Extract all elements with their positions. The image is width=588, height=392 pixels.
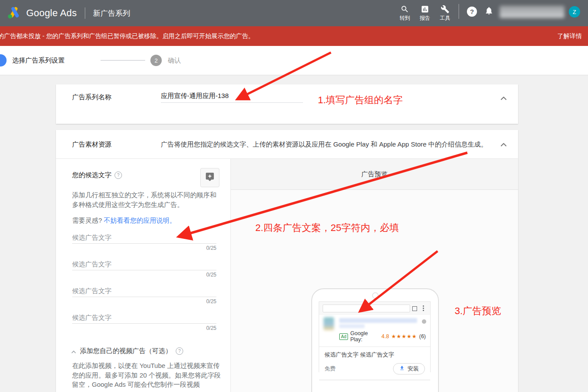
stepper: 选择广告系列设置 2 确认: [0, 46, 588, 75]
nav-goto[interactable]: 转到: [395, 5, 415, 22]
candidate-text-field-1: 0/25: [72, 231, 216, 251]
campaign-name-label: 广告系列名称: [72, 93, 111, 102]
candidate-text-field-3: 0/25: [72, 285, 216, 304]
header-divider-2: [459, 4, 459, 19]
ad-preview-panel: 广告预览: [231, 159, 518, 392]
char-counter: 0/25: [72, 325, 216, 331]
browser-menu-icon: [423, 305, 424, 311]
search-icon: [400, 5, 409, 14]
step-1-label[interactable]: 选择广告系列设置: [12, 56, 65, 65]
browser-chrome: [319, 302, 430, 315]
your-text-label-row: 您的候选文字 ?: [72, 171, 122, 179]
candidate-text-intro: 添加几行相互独立的文字，系统将以不同的顺序和多种格式使用这些文字为您生成广告。: [72, 190, 218, 210]
inspiration-row: 需要灵感? 不妨看看您的应用说明。: [72, 217, 176, 225]
store-rating-row: Ad Google Play: 4.8 ★★★★★ (6): [319, 329, 430, 346]
nav-goto-label: 转到: [400, 14, 410, 22]
install-button: 安装: [393, 363, 425, 374]
help-icon[interactable]: ?: [176, 347, 183, 355]
video-section-description: 在此添加视频，以便在 YouTube 上通过视频来宣传您的应用。最多可添加 20…: [72, 361, 222, 389]
browser-tabs-icon: [412, 306, 417, 311]
chevron-up-icon: [71, 347, 76, 355]
preview-ad-text: 候选广告文字 候选广告文字: [319, 347, 430, 362]
candidate-text-field-2: 0/25: [72, 258, 216, 278]
ad-preview-header: 广告预览: [231, 159, 518, 190]
page-title: 新广告系列: [93, 8, 130, 18]
ad-assets-description: 广告将使用您指定的候选文字、上传的素材资源以及应用在 Google Play 和…: [161, 140, 518, 149]
candidate-text-input-4[interactable]: [72, 312, 216, 324]
char-counter: 0/25: [72, 298, 216, 304]
price-label: 免费: [324, 365, 336, 373]
price-install-row: 免费 安装: [319, 362, 430, 380]
help-icon[interactable]: ?: [467, 7, 477, 17]
candidate-text-input-1[interactable]: [72, 231, 216, 244]
annotation-1: 1.填写广告组的名字: [318, 94, 403, 107]
collapse-chevron-icon[interactable]: [501, 140, 507, 148]
annotation-3: 3.广告预览: [455, 304, 501, 318]
report-chart-icon: [421, 5, 429, 14]
inspiration-prefix: 需要灵感?: [72, 217, 102, 224]
candidate-text-field-4: 0/25: [72, 312, 216, 331]
campaign-name-card: 广告系列名称: [56, 84, 518, 124]
candidate-text-input-2[interactable]: [72, 258, 216, 270]
ad-badge: Ad: [339, 333, 348, 340]
brand-name: Google Ads: [26, 7, 77, 19]
google-ads-logo-icon: [7, 6, 22, 21]
annotation-2: 2.四条广告文案，25字符内，必填: [255, 221, 399, 234]
phone-screen: Ad Google Play: 4.8 ★★★★★ (6) 候选广告文字 候选广…: [319, 301, 431, 372]
alert-message: 的广告都未投放 - 您的广告系列和广告组已暂停或已被移除。启用之后即可开始展示您…: [0, 32, 254, 40]
nav-tools-label: 工具: [440, 14, 450, 22]
char-counter: 0/25: [72, 272, 216, 278]
step-2-indicator: 2: [150, 55, 162, 66]
phone-camera-dot: [372, 292, 379, 299]
blurred-app-title: [339, 318, 417, 323]
your-text-label: 您的候选文字: [72, 171, 111, 179]
collapse-chevron-icon[interactable]: [501, 94, 507, 102]
google-ads-logo[interactable]: Google Ads: [0, 6, 77, 21]
wrench-icon: [441, 5, 449, 14]
learn-more-link[interactable]: 了解详情: [557, 32, 588, 40]
blurred-app-icon: [324, 317, 334, 330]
app-description-link[interactable]: 不妨看看您的应用说明。: [104, 217, 176, 224]
nav-reports-label: 报告: [420, 14, 430, 22]
ad-preview-card: Ad Google Play: 4.8 ★★★★★ (6) 候选广告文字 候选广…: [319, 315, 430, 380]
blurred-app-subtitle: [339, 324, 365, 328]
nav-tools[interactable]: 工具: [435, 5, 455, 22]
notifications-bell-icon[interactable]: [484, 6, 494, 17]
nav-reports[interactable]: 报告: [415, 5, 435, 22]
rating-value: 4.8: [382, 333, 389, 340]
download-icon: [399, 365, 405, 372]
candidate-text-input-3[interactable]: [72, 285, 216, 297]
step-2-label[interactable]: 确认: [168, 56, 181, 65]
char-counter: 0/25: [72, 245, 216, 251]
ad-preview-title: 广告预览: [362, 170, 388, 178]
browser-url-bar: [323, 304, 410, 312]
app-header: Google Ads 新广告系列 转到 报告 工具: [0, 0, 588, 26]
phone-mockup: Ad Google Play: 4.8 ★★★★★ (6) 候选广告文字 候选广…: [311, 288, 439, 392]
step-1-indicator: [0, 54, 7, 66]
blurred-account-info: [500, 6, 564, 18]
ad-assets-header: 广告素材资源 广告将使用您指定的候选文字、上传的素材资源以及应用在 Google…: [56, 130, 518, 159]
campaign-name-input[interactable]: [161, 90, 303, 103]
rating-stars-icon: ★★★★★: [391, 333, 417, 340]
candidate-text-column: 您的候选文字 ? 添加几行相互独立的文字，系统将以不同的顺序和多种格式使用这些文…: [56, 159, 231, 392]
review-count: (6): [419, 333, 426, 340]
blurred-app-header: [319, 315, 430, 329]
header-actions: 转到 报告 工具 ? Z: [395, 4, 588, 22]
ad-assets-card: 广告素材资源 广告将使用您指定的候选文字、上传的素材资源以及应用在 Google…: [56, 130, 518, 392]
ad-assets-title: 广告素材资源: [72, 140, 111, 149]
video-section-title: 添加您自己的视频广告（可选）: [80, 347, 172, 355]
help-icon[interactable]: ?: [115, 172, 122, 179]
video-section-header[interactable]: 添加您自己的视频广告（可选） ?: [71, 347, 183, 355]
text-suggestions-button[interactable]: [200, 168, 219, 187]
header-divider: [85, 7, 85, 19]
info-dot-icon: [422, 319, 426, 324]
alert-banner: 的广告都未投放 - 您的广告系列和广告组已暂停或已被移除。启用之后即可开始展示您…: [0, 26, 588, 46]
page: Google Ads 新广告系列 转到 报告 工具: [0, 0, 588, 392]
avatar[interactable]: Z: [569, 6, 580, 18]
store-label: Google Play:: [350, 330, 379, 343]
suggestion-bubble-icon: [205, 172, 215, 183]
stepper-connector: [101, 60, 145, 61]
install-label: 安装: [407, 365, 419, 373]
